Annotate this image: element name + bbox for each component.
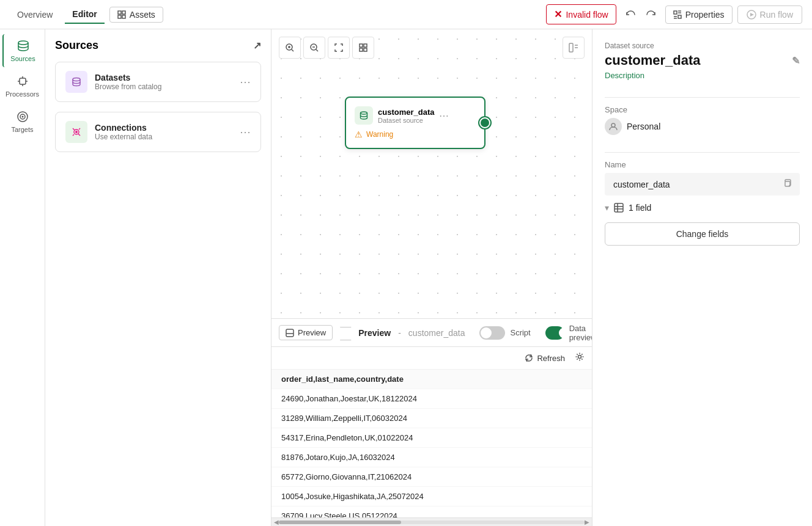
targets-icon [16,110,29,123]
editor-tab[interactable]: Editor [65,5,104,24]
preview-settings-button[interactable] [575,352,585,364]
datasets-card-icon [65,71,87,93]
table-row: 65772,Giorno,Giovanna,IT,21062024 [271,467,592,487]
collapse-sources-button[interactable]: ↗ [253,40,261,51]
preview-separator: - [398,328,401,338]
grid-view-icon [358,43,368,53]
grid-view-button[interactable] [352,37,374,59]
space-name: Personal [627,122,660,131]
script-toggle[interactable] [479,326,505,340]
divider-1 [605,97,800,98]
svg-point-12 [18,41,28,45]
redo-button[interactable] [642,5,660,24]
sidebar-item-sources[interactable]: Sources [2,34,43,67]
sources-header: Sources ↗ [45,29,271,57]
svg-rect-33 [364,44,367,47]
connections-card[interactable]: Connections Use external data ⋯ [55,112,261,152]
svg-point-39 [361,112,367,114]
properties-icon [673,10,682,19]
overview-tab[interactable]: Overview [10,6,60,23]
processors-label: Processors [6,90,39,98]
canvas-menu-button[interactable] [563,37,585,59]
data-preview-toggle[interactable] [545,326,564,340]
preview-button[interactable]: Preview [279,325,333,340]
drag-handle[interactable]: ― ― [340,320,351,346]
svg-marker-11 [750,13,754,16]
scroll-left-arrow[interactable]: ◀ [274,519,279,525]
undo-icon [625,9,636,20]
warning-label: Warning [366,130,393,139]
flow-node-more-button[interactable]: ⋯ [439,110,449,122]
flow-node-icon [355,106,373,125]
datasets-card-text: Datasets Browse from catalog [95,73,232,91]
name-box: customer_data [605,173,800,195]
connections-card-text: Connections Use external data [95,123,232,141]
refresh-label: Refresh [537,354,565,363]
preview-title-label: Preview [358,328,391,338]
right-panel: Dataset source customer_data ✎ Descripti… [592,29,812,526]
datasets-card[interactable]: Datasets Browse from catalog ⋯ [55,62,261,102]
refresh-icon [525,354,533,362]
flow-node-customer-data[interactable]: customer_data Dataset source ⋯ ⚠ Warning [345,97,485,149]
zoom-out-button[interactable] [303,37,325,59]
sources-panel: Sources ↗ Datasets Browse from catalog ⋯ [45,29,271,526]
person-icon [609,122,618,131]
flow-node-warning: ⚠ Warning [355,130,476,139]
run-flow-button[interactable]: Run flow [737,5,802,24]
script-label: Script [510,328,530,337]
connections-more-button[interactable]: ⋯ [240,125,251,139]
script-toggle-group: Script [479,326,530,340]
undo-button[interactable] [621,5,640,24]
name-value: customer_data [613,180,670,189]
scroll-right-arrow[interactable]: ▶ [585,519,589,525]
fields-row: ▾ 1 field [605,203,800,213]
node-output-connector[interactable] [479,117,490,128]
preview-dataset-name: customer_data [408,328,465,338]
sidebar-item-targets[interactable]: Targets [2,105,43,138]
sources-label: Sources [10,55,35,62]
datasets-more-button[interactable]: ⋯ [240,75,251,89]
properties-button[interactable]: Properties [665,5,733,24]
canvas-toolbar [279,37,374,59]
copy-name-button[interactable] [783,179,791,189]
canvas-menu-icon [569,43,578,53]
zoom-in-button[interactable] [279,37,301,59]
preview-panel-icon [286,329,294,337]
run-flow-label: Run flow [760,10,793,20]
scrollbar-track[interactable] [279,521,585,524]
flow-node-header: customer_data Dataset source ⋯ [355,106,476,125]
processors-icon [16,75,29,88]
table-row: 24690,Jonathan,Joestar,UK,18122024 [271,389,592,409]
svg-rect-3 [122,15,125,18]
sidebar-item-processors[interactable]: Processors [2,70,43,103]
datasets-title: Datasets [95,73,232,82]
flow-node-title: customer_data [378,108,434,117]
refresh-button[interactable]: Refresh [525,354,565,363]
invalid-flow-button[interactable]: ✕ Invalid flow [546,4,616,24]
space-value: Personal [605,118,800,135]
assets-icon [117,10,126,19]
sources-title: Sources [55,39,98,52]
description-link[interactable]: Description [605,71,800,80]
right-panel-title: customer_data ✎ [605,53,800,68]
change-fields-button[interactable]: Change fields [605,222,800,246]
main-area: Sources Processors Targets Sources ↗ [0,29,812,526]
svg-point-20 [21,116,23,118]
svg-rect-4 [674,11,677,14]
horizontal-scrollbar[interactable]: ◀ ▶ [271,517,592,526]
fields-chevron-button[interactable]: ▾ [605,203,609,213]
assets-tab[interactable]: Assets [109,7,163,23]
svg-rect-1 [122,11,125,14]
edit-title-button[interactable]: ✎ [792,55,800,67]
svg-rect-35 [364,48,367,51]
run-flow-icon [747,10,756,20]
connections-title: Connections [95,123,232,133]
fit-view-button[interactable] [328,37,350,59]
data-preview-label: Data preview [569,324,592,342]
properties-label: Properties [685,10,725,20]
svg-point-21 [73,78,80,81]
scrollbar-thumb[interactable] [279,521,401,524]
table-row: 54317,Erina,Pendleton,UK,01022024 [271,428,592,448]
assets-label: Assets [130,10,155,20]
svg-line-24 [78,134,80,136]
